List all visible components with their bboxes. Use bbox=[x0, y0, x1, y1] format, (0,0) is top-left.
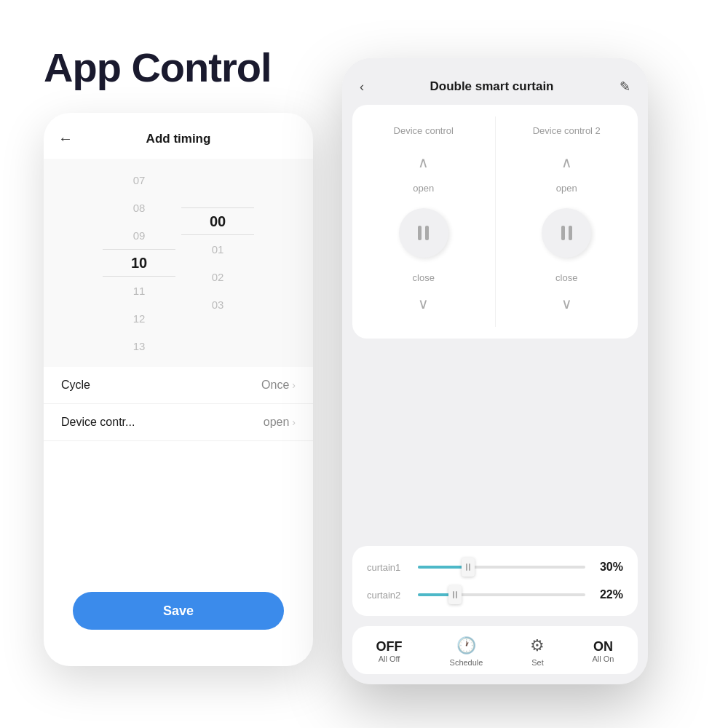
all-on-label: All On bbox=[592, 654, 614, 663]
close-label-2: close bbox=[555, 272, 577, 283]
curtain1-fill bbox=[418, 566, 468, 569]
sliders-section: curtain1 30% curtain2 bbox=[352, 546, 638, 616]
open-label-1: open bbox=[413, 183, 434, 194]
curtain1-slider-row[interactable]: curtain1 30% bbox=[367, 561, 623, 574]
schedule-label: Schedule bbox=[450, 658, 483, 667]
minutes-column[interactable]: 00 01 02 03 bbox=[181, 207, 254, 318]
curtain1-track[interactable] bbox=[418, 566, 585, 569]
close-label-1: close bbox=[413, 272, 435, 283]
set-label: Set bbox=[531, 658, 544, 667]
double-curtain-phone: ‹ Double smart curtain ✎ Device control … bbox=[342, 58, 648, 684]
hour-13: 13 bbox=[103, 332, 175, 360]
pause-button-1[interactable] bbox=[399, 208, 448, 258]
down-arrow-1[interactable]: ∨ bbox=[412, 289, 435, 318]
open-label-2: open bbox=[556, 183, 577, 194]
pause-icon-2 bbox=[561, 226, 572, 240]
hour-08: 08 bbox=[103, 194, 175, 221]
down-arrow-2[interactable]: ∨ bbox=[555, 289, 578, 318]
device-control-panel: Device control ∧ open close ∨ Device con… bbox=[352, 105, 638, 339]
all-off-button[interactable]: OFF All Off bbox=[376, 640, 403, 663]
device-control-value[interactable]: open› bbox=[264, 416, 296, 429]
curtain2-label: curtain2 bbox=[367, 590, 409, 601]
curtain2-slider-row[interactable]: curtain2 22% bbox=[367, 588, 623, 601]
time-picker[interactable]: 07 08 09 10 11 12 13 00 01 02 03 bbox=[44, 159, 313, 367]
minute-02: 02 bbox=[181, 263, 254, 290]
edit-icon[interactable]: ✎ bbox=[620, 79, 630, 95]
hour-10-selected[interactable]: 10 bbox=[103, 249, 175, 277]
minute-01: 01 bbox=[181, 235, 254, 263]
off-label: OFF bbox=[376, 640, 403, 653]
back-button-left[interactable]: ← bbox=[58, 130, 73, 147]
curtain1-percent: 30% bbox=[594, 561, 623, 574]
hours-column[interactable]: 07 08 09 10 11 12 13 bbox=[103, 166, 175, 360]
curtain-title: Double smart curtain bbox=[430, 79, 553, 94]
cycle-row[interactable]: Cycle Once› bbox=[44, 367, 313, 404]
schedule-button[interactable]: 🕐 Schedule bbox=[450, 636, 483, 667]
set-button[interactable]: ⚙ Set bbox=[530, 636, 545, 667]
up-arrow-2[interactable]: ∧ bbox=[555, 148, 578, 177]
chevron-icon-2: › bbox=[292, 416, 296, 428]
up-arrow-1[interactable]: ∧ bbox=[412, 148, 435, 177]
hour-11: 11 bbox=[103, 277, 175, 304]
curtain1-thumb[interactable] bbox=[462, 558, 475, 577]
on-label: ON bbox=[593, 640, 613, 653]
thumb-bars-2 bbox=[453, 591, 457, 598]
add-timing-header: ← Add timing bbox=[44, 130, 313, 159]
minute-03: 03 bbox=[181, 290, 254, 318]
save-button[interactable]: Save bbox=[73, 592, 284, 630]
back-button-right[interactable]: ‹ bbox=[360, 79, 364, 95]
bottom-bar: OFF All Off 🕐 Schedule ⚙ Set ON All On bbox=[352, 626, 638, 674]
add-timing-phone: ← Add timing 07 08 09 10 11 12 13 00 01 … bbox=[44, 113, 313, 666]
schedule-icon: 🕐 bbox=[456, 636, 476, 655]
cycle-value[interactable]: Once› bbox=[261, 379, 296, 392]
curtain2-thumb[interactable] bbox=[448, 585, 462, 604]
curtain2-percent: 22% bbox=[594, 588, 623, 601]
page-title: App Control bbox=[44, 44, 271, 91]
hour-07: 07 bbox=[103, 166, 175, 194]
device-control-1-label: Device control bbox=[394, 125, 454, 136]
device-control-1: Device control ∧ open close ∨ bbox=[352, 116, 496, 327]
minute-00-selected[interactable]: 00 bbox=[181, 207, 254, 235]
device-control-2: Device control 2 ∧ open close ∨ bbox=[496, 116, 638, 327]
device-control-2-label: Device control 2 bbox=[533, 125, 601, 136]
thumb-bars-1 bbox=[466, 563, 470, 571]
device-control-row[interactable]: Device contr... open› bbox=[44, 404, 313, 441]
hour-09: 09 bbox=[103, 221, 175, 249]
settings-icon: ⚙ bbox=[530, 636, 545, 655]
all-off-label: All Off bbox=[379, 654, 400, 663]
cycle-label: Cycle bbox=[61, 379, 90, 392]
pause-button-2[interactable] bbox=[542, 208, 591, 258]
hour-12: 12 bbox=[103, 304, 175, 332]
curtain1-label: curtain1 bbox=[367, 562, 409, 573]
chevron-icon: › bbox=[292, 379, 296, 391]
add-timing-title: Add timing bbox=[146, 132, 211, 146]
pause-icon-1 bbox=[418, 226, 429, 240]
all-on-button[interactable]: ON All On bbox=[592, 640, 614, 663]
device-control-label: Device contr... bbox=[61, 416, 135, 429]
curtain-header: ‹ Double smart curtain ✎ bbox=[342, 58, 648, 105]
curtain2-track[interactable] bbox=[418, 593, 585, 596]
